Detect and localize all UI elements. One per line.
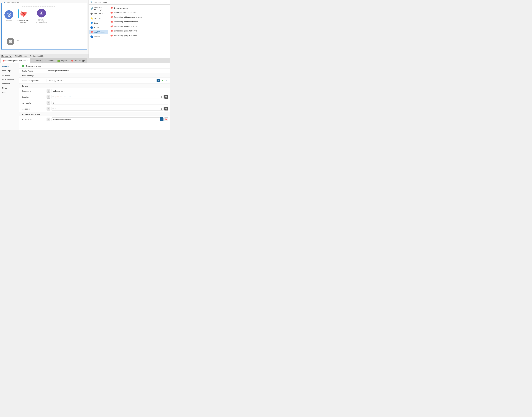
min-score-hash-bracket: #[ xyxy=(52,108,56,110)
question-expression-text: #[ payload.question xyxy=(52,96,161,98)
palette-nav-exchange-label: Search in Exchange.. xyxy=(94,6,106,10)
tab-console[interactable]: 🖥 Console xyxy=(30,58,42,63)
model-name-mule-btn[interactable]: 🐙 xyxy=(164,117,168,121)
doc-parser-icon: 🐙 xyxy=(110,7,113,9)
tab-global-elements[interactable]: Global Elements xyxy=(15,55,27,58)
model-name-wrap: ▼ xyxy=(51,117,163,121)
palette-item-doc-split[interactable]: 🐙 Document split into chunks xyxy=(108,10,171,15)
config-sidebar: General MIME Type Advanced Error Mapping… xyxy=(0,63,20,130)
question-field-keyword: question xyxy=(63,96,71,98)
sidebar-notes[interactable]: Notes xyxy=(0,86,19,90)
add-config-btn[interactable]: ✚ xyxy=(161,79,164,82)
palette-item-embed-add-doc[interactable]: 🐙 Embedding add document to store xyxy=(108,15,171,19)
favorites-icon: ⭐ xyxy=(90,17,93,20)
palette-item-embed-add-folder[interactable]: 🐙 Embedding add folder to store xyxy=(108,19,171,24)
bottom-panel: 🐙 Embedding query from store ✕ 🖥 Console… xyxy=(0,58,171,130)
tab-embed-query[interactable]: 🐙 Embedding query from store ✕ xyxy=(0,58,30,63)
sidebar-metadata[interactable]: Metadata xyxy=(0,82,19,86)
min-score-expression-field[interactable]: #[ 0.8 ] xyxy=(51,107,163,111)
store-name-input[interactable] xyxy=(51,89,168,93)
arrow-1: → xyxy=(14,13,17,16)
additional-props-header: Additional Properties xyxy=(20,112,171,116)
sidebar-error-mapping-label: Error Mapping xyxy=(2,78,14,80)
problems-tab-label: Problems xyxy=(47,60,54,62)
palette-nav-http-label: HTTP xyxy=(94,26,99,29)
min-score-grid-btn[interactable] xyxy=(164,107,168,111)
min-score-fx-btn[interactable]: fx xyxy=(47,107,50,111)
store-name-fx-btn[interactable]: fx xyxy=(47,89,50,93)
bottom-listener-icon xyxy=(7,38,14,45)
palette-nav-mac-vectors-label: MAC Vectors xyxy=(94,31,104,33)
doc-split-icon: 🐙 xyxy=(110,11,113,14)
bottom-listener-node[interactable] xyxy=(7,38,14,45)
embed-add-text-icon: 🐙 xyxy=(110,25,113,28)
mule-debugger-icon: 🐙 xyxy=(71,60,73,62)
sidebar-advanced[interactable]: Advanced xyxy=(0,73,19,77)
edit-config-btn[interactable]: ✎ xyxy=(165,79,168,82)
display-name-input[interactable] xyxy=(47,70,168,72)
editor-tabs: 🐙 Embedding query from store ✕ 🖥 Console… xyxy=(0,58,171,63)
palette-item-doc-parser[interactable]: 🐙 Document parser xyxy=(108,6,171,10)
sidebar-mime-type-label: MIME Type xyxy=(2,70,11,72)
palette-item-embed-add-text[interactable]: 🐙 Embedding add text to store xyxy=(108,24,171,29)
module-config-dropdown-btn[interactable]: ▼ xyxy=(157,79,160,82)
progress-icon: 🟩 xyxy=(57,60,60,62)
embedding-query-node[interactable]: 🐙 Embedding queryfrom store xyxy=(18,9,29,23)
palette-nav-exchange[interactable]: 🔗 Search in Exchange.. xyxy=(89,5,108,11)
embedding-query-icon-wrap: 🐙 xyxy=(19,9,28,19)
min-score-label: Min score: xyxy=(22,108,47,110)
min-score-row: Min score: fx #[ 0.8 ] xyxy=(20,106,171,112)
flow-name: mac-vectorsFlow1 xyxy=(6,2,19,4)
store-name-row: Store name: fx xyxy=(20,88,171,94)
transform-icon xyxy=(37,9,46,18)
question-expression-field[interactable]: #[ payload.question ] xyxy=(51,95,163,99)
sidebar-error-mapping[interactable]: Error Mapping xyxy=(0,77,19,82)
tab-progress[interactable]: 🟩 Progress xyxy=(56,58,69,63)
palette-nav-core[interactable]: 🔷 Core xyxy=(89,21,108,25)
transform-node[interactable]: Transform MessageformatResponse xyxy=(35,9,48,23)
palette-item-embed-query[interactable]: 🐙 Embedding query from store xyxy=(108,33,171,38)
palette-item-embed-gen-text[interactable]: 🐙 Embedding generate from text xyxy=(108,29,171,33)
sidebar-help[interactable]: Help xyxy=(0,90,19,94)
mac-vectors-icon: 🐙 xyxy=(90,31,93,33)
palette-nav-core-label: Core xyxy=(94,22,98,24)
embedding-query-label: Embedding queryfrom store xyxy=(18,20,29,23)
exchange-icon: 🔗 xyxy=(90,7,93,10)
sidebar-general[interactable]: General xyxy=(0,64,19,69)
flow-title: ▼ mac-vectorsFlow1 xyxy=(3,2,20,4)
palette-nav-http[interactable]: 🔵 HTTP xyxy=(89,25,108,30)
listener-node[interactable]: Listener xyxy=(4,10,13,22)
palette-nav-favorites[interactable]: ⭐ Favorites xyxy=(89,16,108,21)
question-close-bracket: ] xyxy=(161,96,162,98)
max-results-input[interactable] xyxy=(51,101,168,105)
min-score-expression-text: #[ 0.8 xyxy=(52,108,161,110)
flow-container: ▼ mac-vectorsFlow1 xyxy=(1,3,87,50)
model-name-fx-btn[interactable]: fx xyxy=(47,118,50,121)
sidebar-notes-label: Notes xyxy=(2,87,7,89)
tab-mule-debugger[interactable]: 🐙 Mule Debugger xyxy=(69,58,87,63)
palette-item-doc-split-label: Document split into chunks xyxy=(114,11,136,14)
model-name-input[interactable] xyxy=(51,117,160,121)
palette-item-doc-parser-label: Document parser xyxy=(114,7,128,9)
tab-message-flow[interactable]: Message Flow xyxy=(1,54,12,58)
palette-nav-sockets[interactable]: 🔵 Sockets xyxy=(89,34,108,39)
sidebar-mime-type[interactable]: MIME Type xyxy=(0,69,19,73)
tab-problems[interactable]: ⚠ Problems xyxy=(42,58,56,63)
tab-config-xml[interactable]: Configuration XML xyxy=(30,55,43,58)
module-config-input[interactable] xyxy=(47,79,157,82)
palette-item-embed-query-label: Embedding query from store xyxy=(114,34,137,36)
palette-search-bar: 🔍 xyxy=(89,0,171,5)
mule-debugger-tab-label: Mule Debugger xyxy=(74,60,85,62)
palette-nav-add-modules[interactable]: ➕ Add Modules xyxy=(89,11,108,16)
embed-query-tab-close[interactable]: ✕ xyxy=(27,60,28,62)
console-tab-label: Console xyxy=(35,60,41,62)
palette-nav-mac-vectors[interactable]: 🐙 MAC Vectors xyxy=(89,30,108,34)
question-grid-btn[interactable] xyxy=(164,95,168,99)
embed-query-tab-icon: 🐙 xyxy=(2,60,5,62)
max-results-fx-btn[interactable]: fx xyxy=(47,101,50,104)
basic-settings-header: Basic Settings xyxy=(20,73,171,78)
http-icon: 🔵 xyxy=(90,26,93,29)
model-name-dropdown-btn[interactable]: ▼ xyxy=(160,117,163,121)
question-fx-btn[interactable]: fx xyxy=(47,95,50,99)
search-input[interactable] xyxy=(94,1,169,3)
